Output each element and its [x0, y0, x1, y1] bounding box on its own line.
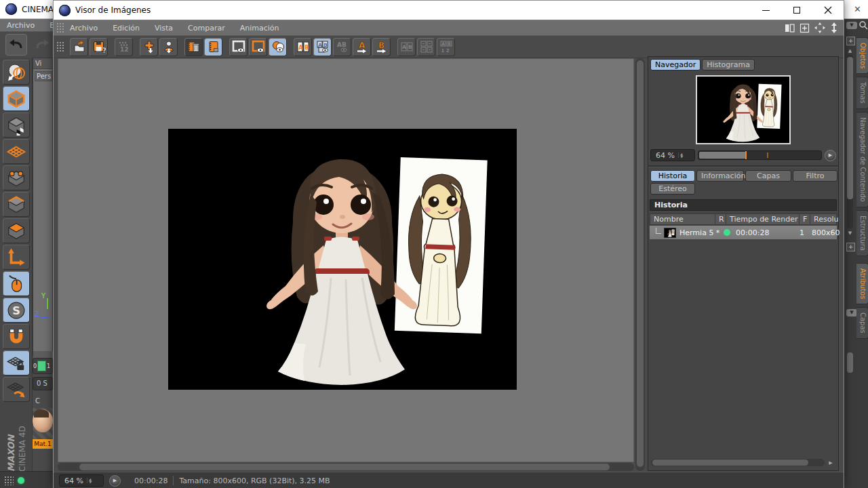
tab-filtro[interactable]: Filtro [793, 170, 837, 182]
panel-plus-button[interactable]: + [846, 37, 855, 45]
side-scrollbar[interactable] [847, 55, 853, 228]
edges-mode-tool[interactable] [3, 192, 30, 217]
workplane-tool[interactable] [3, 139, 30, 164]
scroll-down-arrow[interactable]: ▼ [846, 230, 854, 236]
delete-history-button[interactable] [184, 38, 203, 56]
menu-animacion[interactable]: Animación [240, 24, 279, 33]
scroll-up-arrow[interactable]: ▲ [846, 48, 854, 54]
main-close-button[interactable]: ✕ [854, 4, 861, 14]
column-resolucion[interactable]: Resolu [810, 214, 837, 224]
column-tiempo[interactable]: Tiempo de Render [726, 214, 800, 224]
material-name[interactable]: Mat.1 [33, 439, 53, 449]
status-spinner-arrows-icon[interactable]: ▲▼ [87, 478, 92, 483]
set-image-b-button[interactable]: B [372, 38, 391, 56]
history-panel-button[interactable] [204, 38, 222, 56]
compare-ab-button[interactable] [269, 38, 287, 56]
minimize-button[interactable] [750, 1, 781, 20]
panel-hscrollbar[interactable]: ▶ [651, 458, 835, 467]
maximize-button[interactable] [781, 1, 812, 20]
split-view-icon[interactable] [785, 23, 795, 33]
snap-tool[interactable] [3, 324, 30, 349]
solo-mode-tool[interactable]: S [3, 298, 30, 323]
panel-divider[interactable] [648, 165, 838, 167]
polygons-mode-tool[interactable] [3, 218, 30, 243]
swap-ab-button[interactable]: A B [397, 38, 416, 56]
column-r[interactable]: R [715, 214, 726, 224]
zoom-slider-handle[interactable] [745, 151, 747, 159]
save-image-button[interactable]: ? [90, 38, 108, 56]
viewer-titlebar[interactable]: Visor de Imágenes [54, 1, 844, 20]
render-settings-button[interactable]: 12 [115, 38, 133, 56]
zoom-slider[interactable] [698, 150, 822, 160]
model-mode-tool[interactable] [3, 86, 30, 111]
current-time-field[interactable]: 0 S [33, 377, 53, 390]
menu-comparar[interactable]: Comparar [188, 24, 225, 33]
viewport-camera-label[interactable]: Persp [35, 71, 52, 81]
undo-button[interactable] [5, 34, 27, 56]
tab-estructura[interactable]: Estructura [856, 210, 868, 256]
tab-capas[interactable]: Capas [745, 170, 791, 182]
tab-tomas[interactable]: Tomas [856, 77, 868, 109]
tab-histograma[interactable]: Histograma [702, 59, 755, 70]
canvas-hscrollbar-thumb[interactable] [79, 464, 610, 470]
menu-vista[interactable]: Vista [155, 24, 173, 33]
canvas-hscrollbar[interactable] [58, 463, 634, 471]
spinner-arrows-icon[interactable]: ▲▼ [678, 152, 683, 158]
refresh-workplane-tool[interactable] [3, 377, 30, 402]
panel-hscrollbar-thumb[interactable] [652, 460, 808, 466]
side-scrollbar-thumb-2[interactable] [847, 352, 853, 373]
zoom-spinner[interactable]: 64 % ▲▼ [650, 149, 695, 161]
align-ab-button[interactable] [417, 38, 435, 56]
copy-to-stack-button[interactable] [140, 38, 158, 56]
status-zoom-spinner[interactable]: 64 % ▲▼ [59, 474, 104, 487]
column-f[interactable]: F [800, 214, 810, 224]
resize-vertical-icon[interactable] [830, 22, 838, 33]
copy-user-button[interactable] [159, 38, 178, 56]
ab-overlay-button[interactable]: A B [313, 38, 332, 56]
tab-capas[interactable]: Capas [856, 307, 868, 339]
set-image-a-button[interactable]: A [353, 38, 371, 56]
panel-scroll-right-arrow[interactable]: ▶ [826, 460, 835, 466]
tab-objetos[interactable]: Objetos [856, 37, 868, 74]
canvas-vscrollbar[interactable] [635, 58, 645, 471]
ab-side-by-side-button[interactable]: A B [294, 38, 312, 56]
ab-difference-button[interactable]: AB [333, 38, 351, 56]
menu-archivo[interactable]: Archivo [70, 24, 98, 33]
timeline-marker[interactable] [37, 361, 46, 371]
image-canvas[interactable] [58, 58, 634, 462]
points-mode-tool[interactable] [3, 165, 30, 190]
show-image-a-button[interactable] [229, 38, 248, 56]
history-row[interactable]: Hermia 5 * 00:00:28 1 800x60 [650, 226, 837, 239]
axis-mode-tool[interactable] [3, 245, 30, 270]
timeline[interactable]: 0 1 [33, 358, 53, 374]
show-image-b-button[interactable] [249, 38, 267, 56]
add-panel-icon[interactable] [800, 23, 810, 33]
tab-atributos[interactable]: Atributos [856, 263, 868, 304]
panel-dropdown-button[interactable]: ▼ [846, 22, 857, 29]
tab-historia[interactable]: Historia [650, 170, 695, 182]
panel-plus-button-2[interactable]: + [846, 243, 855, 251]
redo-button[interactable] [31, 34, 53, 56]
link-ab-button[interactable]: A B 1 2 [437, 38, 455, 56]
open-image-button[interactable] [70, 38, 88, 56]
camera-move-tool[interactable] [3, 60, 30, 85]
zoom-options-button[interactable]: ▶ [825, 150, 836, 161]
lock-workplane-tool[interactable] [3, 350, 30, 375]
side-scrollbar-thumb[interactable] [847, 57, 853, 199]
panel-dropdown-button-2[interactable]: ▼ [846, 309, 857, 317]
viewport-nav-tool[interactable] [3, 271, 30, 296]
menu-edicion[interactable]: Edición [113, 24, 140, 33]
tab-navegador[interactable]: Navegador [650, 59, 701, 70]
main-menu-archivo[interactable]: Archivo [7, 21, 35, 30]
status-play-button[interactable]: ▶ [109, 475, 121, 487]
tab-estereo[interactable]: Estéreo [650, 183, 695, 195]
texture-mode-tool[interactable] [3, 113, 30, 138]
tab-navegador-contenido[interactable]: Navegador de Contenido [856, 112, 868, 207]
search-icon[interactable] [859, 20, 868, 30]
rendered-image[interactable] [168, 129, 517, 390]
move-panel-icon[interactable] [814, 22, 825, 33]
close-button[interactable] [812, 1, 844, 20]
viewport-strip[interactable]: Vi Persp Y Z [33, 58, 53, 356]
column-nombre[interactable]: Nombre [650, 214, 715, 224]
material-thumbnail[interactable] [33, 408, 53, 439]
